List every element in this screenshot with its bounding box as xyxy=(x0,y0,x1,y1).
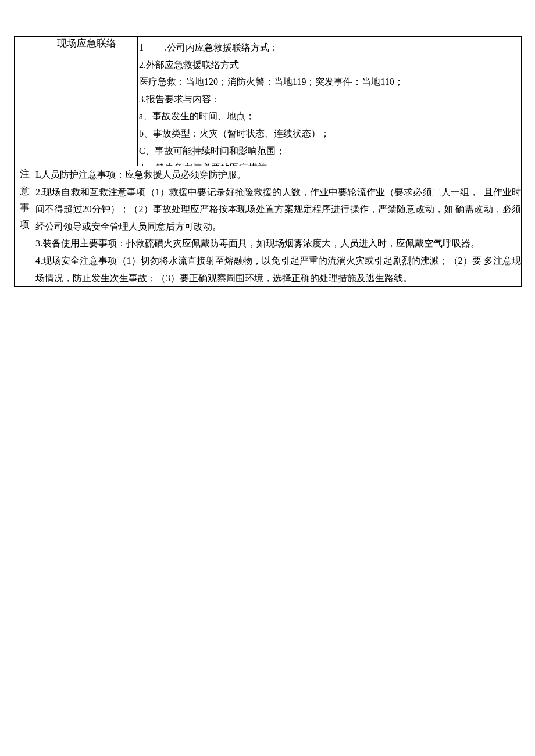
contact-line: d、 健康危害与必要的医疗措施； xyxy=(139,163,276,166)
notes-heading-char: 事 xyxy=(15,200,35,217)
row-contact: 现场应急联络 1 .公司内应急救援联络方式： 2.外部应急救援联络方式 医疗急救… xyxy=(15,37,522,166)
row-contact-label: 现场应急联络 xyxy=(57,38,116,49)
document-page: { "row1": { "label": "现场应急联络", "lines": … xyxy=(0,36,535,287)
notes-para: 2.现场自救和互救注意事项（1）救援中要记录好抢险救援的人数，作业中要轮流作业（… xyxy=(35,184,521,235)
notes-heading-char: 项 xyxy=(15,217,35,234)
row-contact-content-cell: 1 .公司内应急救援联络方式： 2.外部应急救援联络方式 医疗急救：当地120；… xyxy=(138,37,522,166)
notes-heading-cell: 注 意 事 项 xyxy=(15,166,35,287)
contact-line: b、事故类型：火灾（暂时状态、连续状态）； xyxy=(139,128,330,138)
notes-heading-char: 意 xyxy=(15,183,35,200)
notes-heading-char: 注 xyxy=(15,166,35,183)
notes-para: 4.现场安全注意事项（1）切勿将水流直接射至熔融物，以免引起严重的流淌火灾或引起… xyxy=(35,252,521,286)
row-notes: 注 意 事 项 L人员防护注意事项：应急救援人员必须穿防护服。 2.现场自救和互… xyxy=(15,166,522,287)
contact-line: 1 .公司内应急救援联络方式： xyxy=(139,42,279,52)
contact-line: 3.报告要求与内容： xyxy=(139,94,220,104)
row-contact-label-cell: 现场应急联络 xyxy=(35,37,138,166)
notes-para: 3.装备使用主要事项：扑救硫磺火灾应佩戴防毒面具，如现场烟雾浓度大，人员进入时，… xyxy=(35,235,521,252)
contact-line: C、事故可能持续时间和影响范围； xyxy=(139,146,285,156)
notes-para: L人员防护注意事项：应急救援人员必须穿防护服。 xyxy=(35,166,521,184)
contact-line: a、事故发生的时间、地点； xyxy=(139,111,255,121)
contact-line: 2.外部应急救援联络方式 xyxy=(139,60,239,70)
notes-body-cell: L人员防护注意事项：应急救援人员必须穿防护服。 2.现场自救和互救注意事项（1）… xyxy=(35,166,522,287)
blank-left-cell xyxy=(15,37,35,166)
contact-line: 医疗急救：当地120；消防火警：当地119；突发事件：当地110； xyxy=(139,77,404,87)
row-contact-content: 1 .公司内应急救援联络方式： 2.外部应急救援联络方式 医疗急救：当地120；… xyxy=(139,39,520,166)
document-table: 现场应急联络 1 .公司内应急救援联络方式： 2.外部应急救援联络方式 医疗急救… xyxy=(14,36,522,287)
